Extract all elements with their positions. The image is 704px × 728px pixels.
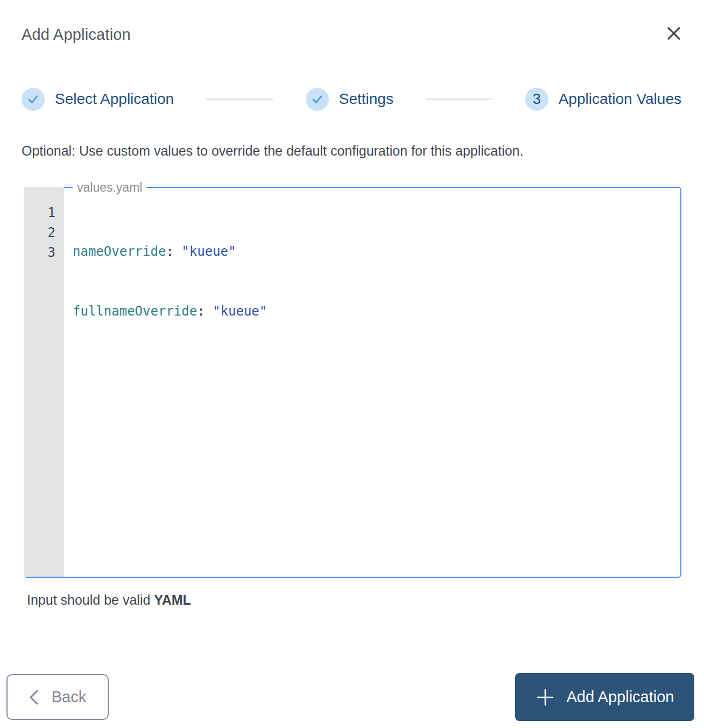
line-number: 3 <box>24 243 55 263</box>
stepper-connector <box>206 99 273 100</box>
back-button-label: Back <box>52 688 86 706</box>
dialog-header: Add Application <box>0 0 704 44</box>
line-number-gutter: 1 2 3 <box>24 187 64 577</box>
code-line <box>73 361 675 381</box>
hint-emphasis: YAML <box>154 592 191 607</box>
yaml-string: "kueue" <box>213 304 267 319</box>
close-icon <box>666 25 682 41</box>
validation-hint: Input should be valid YAML <box>27 592 681 608</box>
back-button[interactable]: Back <box>6 674 109 720</box>
code-line: fullnameOverride: "kueue" <box>73 302 675 321</box>
step-1-label: Select Application <box>55 90 174 108</box>
check-icon <box>27 93 39 106</box>
editor-filename-label: values.yaml <box>73 180 146 195</box>
chevron-left-icon <box>29 689 39 706</box>
yaml-colon: : <box>166 244 173 259</box>
yaml-string: "kueue" <box>181 244 236 259</box>
step-3-circle: 3 <box>525 88 548 111</box>
yaml-colon: : <box>197 304 205 319</box>
values-editor-wrap: values.yaml 1 2 3 nameOverride: "kueue" … <box>24 187 681 578</box>
check-icon <box>311 93 323 106</box>
yaml-key: nameOverride <box>73 244 166 259</box>
description-text: Optional: Use custom values to override … <box>22 143 681 159</box>
step-1-circle <box>22 88 45 111</box>
hint-text: Input should be valid <box>27 592 154 607</box>
add-application-dialog: Add Application Select Application <box>0 0 704 728</box>
step-application-values[interactable]: 3 Application Values <box>525 88 681 111</box>
step-settings[interactable]: Settings <box>306 88 393 111</box>
dialog-footer: Back Add Application <box>6 673 694 721</box>
plus-icon <box>536 688 555 707</box>
code-line: nameOverride: "kueue" <box>73 242 675 262</box>
step-3-number: 3 <box>533 91 541 108</box>
line-number: 1 <box>24 203 55 223</box>
step-select-application[interactable]: Select Application <box>22 88 174 111</box>
close-button[interactable] <box>665 25 682 42</box>
page-title: Add Application <box>22 25 131 44</box>
step-3-label: Application Values <box>559 90 681 108</box>
stepper-connector <box>426 99 492 100</box>
line-number: 2 <box>24 223 55 243</box>
stepper: Select Application Settings 3 Applicatio… <box>22 87 681 111</box>
values-editor: values.yaml 1 2 3 nameOverride: "kueue" … <box>24 187 681 578</box>
yaml-editor[interactable]: nameOverride: "kueue" fullnameOverride: … <box>64 188 680 577</box>
step-2-label: Settings <box>339 90 393 108</box>
yaml-key: fullnameOverride <box>73 304 197 319</box>
step-2-circle <box>306 88 329 111</box>
add-application-button-label: Add Application <box>567 688 674 706</box>
add-application-button[interactable]: Add Application <box>515 673 694 721</box>
